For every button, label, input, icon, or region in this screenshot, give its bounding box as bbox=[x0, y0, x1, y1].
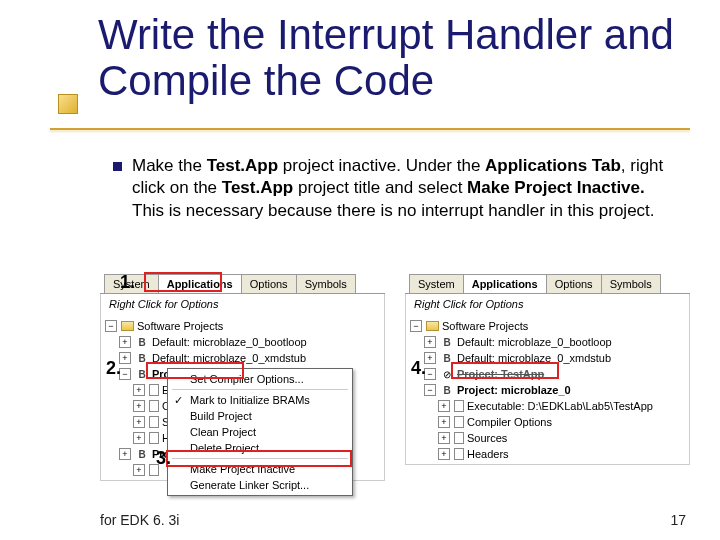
expand-icon[interactable]: + bbox=[438, 400, 450, 412]
page-number: 17 bbox=[670, 512, 686, 528]
ctx-linker[interactable]: Generate Linker Script... bbox=[168, 477, 352, 493]
doc-icon bbox=[454, 448, 464, 460]
expand-icon[interactable]: + bbox=[424, 336, 436, 348]
tab-applications[interactable]: Applications bbox=[463, 274, 547, 293]
expand-icon[interactable]: + bbox=[133, 464, 145, 476]
ctx-separator bbox=[172, 389, 348, 390]
title-underline bbox=[50, 128, 690, 130]
tree-item[interactable]: Sources bbox=[467, 432, 507, 444]
ctx-set-compiler[interactable]: Set Compiler Options... bbox=[168, 371, 352, 387]
doc-icon bbox=[149, 400, 159, 412]
doc-icon bbox=[454, 416, 464, 428]
step-1: 1. bbox=[120, 272, 135, 293]
tree-item[interactable]: Default: microblaze_0_xmdstub bbox=[457, 352, 611, 364]
slide-title: Write the Interrupt Handler and Compile … bbox=[98, 12, 690, 104]
doc-icon bbox=[454, 400, 464, 412]
tree-item-testapp-inactive[interactable]: Project: TestApp bbox=[457, 368, 544, 380]
tree-item[interactable]: Project: microblaze_0 bbox=[457, 384, 571, 396]
project-tree[interactable]: −Software Projects +BDefault: microblaze… bbox=[405, 314, 690, 465]
context-menu: Set Compiler Options... Mark to Initiali… bbox=[167, 368, 353, 496]
expand-icon[interactable]: + bbox=[133, 432, 145, 444]
tab-options[interactable]: Options bbox=[546, 274, 602, 293]
expand-icon[interactable]: + bbox=[133, 416, 145, 428]
tree-item[interactable]: Executable: D:\EDKLab\Lab5\TestApp bbox=[467, 400, 653, 412]
ctx-mark-bram[interactable]: Mark to Initialize BRAMs bbox=[168, 392, 352, 408]
tree-item[interactable]: Compiler Options bbox=[467, 416, 552, 428]
ctx-build[interactable]: Build Project bbox=[168, 408, 352, 424]
rightclick-hint: Right Click for Options bbox=[100, 294, 385, 314]
bram-icon: B bbox=[135, 368, 149, 380]
tree-item[interactable]: Headers bbox=[467, 448, 509, 460]
tree-root: Software Projects bbox=[442, 320, 528, 332]
bram-icon: B bbox=[440, 384, 454, 396]
expand-icon[interactable]: + bbox=[133, 384, 145, 396]
expand-icon[interactable]: + bbox=[438, 448, 450, 460]
tab-symbols[interactable]: Symbols bbox=[296, 274, 356, 293]
body-bullet-icon bbox=[113, 162, 122, 171]
tab-row: System Applications Options Symbols bbox=[405, 272, 690, 294]
inactive-icon: ⊘ bbox=[440, 368, 454, 380]
bram-icon: B bbox=[440, 352, 454, 364]
step-3: 3. bbox=[156, 448, 171, 469]
folder-icon bbox=[121, 321, 134, 331]
panel-after: System Applications Options Symbols Righ… bbox=[405, 272, 690, 481]
expand-icon[interactable]: + bbox=[119, 448, 131, 460]
folder-icon bbox=[426, 321, 439, 331]
bram-icon: B bbox=[440, 336, 454, 348]
expand-icon[interactable]: − bbox=[105, 320, 117, 332]
tab-symbols[interactable]: Symbols bbox=[601, 274, 661, 293]
doc-icon bbox=[454, 432, 464, 444]
doc-icon bbox=[149, 432, 159, 444]
ctx-clean[interactable]: Clean Project bbox=[168, 424, 352, 440]
tab-row: System Applications Options Symbols bbox=[100, 272, 385, 294]
expand-icon[interactable]: + bbox=[133, 400, 145, 412]
bram-icon: B bbox=[135, 448, 149, 460]
doc-icon bbox=[149, 416, 159, 428]
bram-icon: B bbox=[135, 336, 149, 348]
tab-options[interactable]: Options bbox=[241, 274, 297, 293]
footer-version: for EDK 6. 3i bbox=[100, 512, 179, 528]
collapse-icon[interactable]: − bbox=[424, 384, 436, 396]
rightclick-hint: Right Click for Options bbox=[405, 294, 690, 314]
panel-before: System Applications Options Symbols Righ… bbox=[100, 272, 385, 481]
tree-root: Software Projects bbox=[137, 320, 223, 332]
tab-system[interactable]: System bbox=[409, 274, 464, 293]
step-2: 2. bbox=[106, 358, 121, 379]
tab-applications[interactable]: Applications bbox=[158, 274, 242, 293]
expand-icon[interactable]: − bbox=[410, 320, 422, 332]
tree-item[interactable]: Default: microblaze_0_bootloop bbox=[457, 336, 612, 348]
ctx-separator bbox=[172, 458, 348, 459]
expand-icon[interactable]: + bbox=[119, 336, 131, 348]
ctx-delete[interactable]: Delete Project bbox=[168, 440, 352, 456]
step-4: 4. bbox=[411, 358, 426, 379]
expand-icon[interactable]: + bbox=[438, 416, 450, 428]
doc-icon bbox=[149, 384, 159, 396]
bram-icon: B bbox=[135, 352, 149, 364]
body-text: Make the Test.App project inactive. Unde… bbox=[132, 155, 672, 222]
title-bullet-decoration bbox=[58, 94, 78, 114]
tree-item[interactable]: Default: microblaze_0_xmdstub bbox=[152, 352, 306, 364]
tree-item[interactable]: Default: microblaze_0_bootloop bbox=[152, 336, 307, 348]
expand-icon[interactable]: + bbox=[438, 432, 450, 444]
ctx-make-inactive[interactable]: Make Project Inactive bbox=[168, 461, 352, 477]
project-tree[interactable]: −Software Projects +BDefault: microblaze… bbox=[100, 314, 385, 481]
